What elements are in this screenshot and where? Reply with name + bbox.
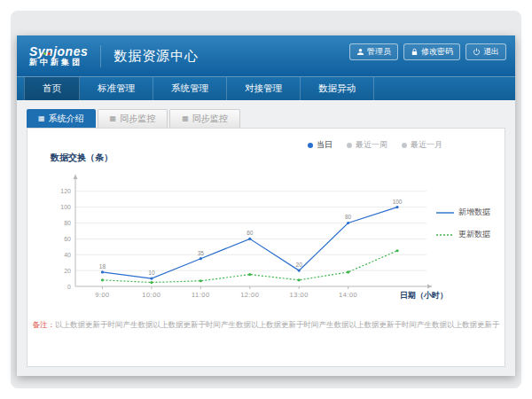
footnote: 备注：以上数据更新于时间产生数据以上数据更新于时间产生数据以上数据更新于时间产生… <box>27 320 505 331</box>
series-line-icon <box>436 210 454 215</box>
change-password-button[interactable]: 修改密码 <box>403 43 460 60</box>
nav-item-1[interactable]: 首页 <box>24 77 80 100</box>
lock-icon <box>411 48 419 56</box>
svg-text:20: 20 <box>64 268 71 274</box>
svg-text:40: 40 <box>64 252 71 258</box>
tab-label: 同步监控 <box>120 113 155 125</box>
filter-2[interactable]: 最近一周 <box>347 139 387 151</box>
content-area: ▦系统介绍▦同步监控▦同步监控 当日最近一周最近一月 数据交换（条） 02040… <box>17 100 515 376</box>
power-icon <box>473 48 481 56</box>
filter-label: 最近一周 <box>356 139 387 151</box>
app-window: Synjones 新中新集团 数据资源中心 管理员 修改密码 退出 <box>17 35 515 376</box>
footnote-prefix: 备注： <box>33 320 56 329</box>
tab-2[interactable]: ▦同步监控 <box>98 109 168 128</box>
series-legend-label: 新增数据 <box>458 207 490 218</box>
filter-1[interactable]: 当日 <box>308 139 332 151</box>
tab-bar: ▦系统介绍▦同步监控▦同步监控 <box>27 109 505 128</box>
series-legend-label: 更新数据 <box>458 229 490 240</box>
y-axis-title: 数据交换（条） <box>51 152 113 164</box>
logout-button[interactable]: 退出 <box>466 43 506 60</box>
svg-text:18: 18 <box>99 263 106 270</box>
svg-text:11:00: 11:00 <box>192 291 210 299</box>
line-chart: 0204060801001209:0010:0011:0012:0013:001… <box>49 168 450 311</box>
series-legend-item-2[interactable]: 更新数据 <box>436 229 490 240</box>
logo-subtext: 新中新集团 <box>29 58 88 67</box>
tab-label: 同步监控 <box>192 113 228 125</box>
user-icon <box>356 48 364 56</box>
filter-dot-icon <box>308 143 313 148</box>
svg-text:35: 35 <box>198 250 205 256</box>
tab-grid-icon: ▦ <box>110 115 117 122</box>
tab-label: 系统介绍 <box>49 113 84 125</box>
logo-text: Synjones <box>29 45 88 58</box>
svg-text:20: 20 <box>296 262 303 268</box>
svg-text:60: 60 <box>64 236 71 242</box>
svg-text:60: 60 <box>246 230 254 236</box>
svg-text:9:00: 9:00 <box>95 291 110 299</box>
svg-text:10:00: 10:00 <box>142 291 160 299</box>
filter-3[interactable]: 最近一月 <box>402 139 442 151</box>
app-header: Synjones 新中新集团 数据资源中心 管理员 修改密码 退出 <box>17 35 515 76</box>
svg-text:13:00: 13:00 <box>290 291 309 299</box>
svg-text:14:00: 14:00 <box>339 291 357 299</box>
svg-text:12:00: 12:00 <box>240 291 259 299</box>
tab-3[interactable]: ▦同步监控 <box>169 109 240 128</box>
chart-panel: 当日最近一周最近一月 数据交换（条） 0204060801001209:0010… <box>27 128 505 367</box>
svg-text:日期（小时）: 日期（小时） <box>400 291 448 300</box>
brand-logo: Synjones 新中新集团 <box>29 45 101 67</box>
filter-dot-icon <box>347 143 352 148</box>
main-nav: 首页标准管理系统管理对接管理数据异动 <box>17 76 515 100</box>
page-title: 数据资源中心 <box>113 48 199 65</box>
tab-grid-icon: ▦ <box>38 115 45 122</box>
tab-grid-icon: ▦ <box>182 115 189 122</box>
logo-accent-dots <box>43 43 52 59</box>
nav-item-4[interactable]: 对接管理 <box>227 77 301 100</box>
series-legend: 新增数据更新数据 <box>436 207 490 240</box>
nav-item-2[interactable]: 标准管理 <box>80 77 153 100</box>
logout-button-label: 退出 <box>483 46 499 58</box>
svg-text:120: 120 <box>60 188 71 194</box>
svg-text:100: 100 <box>60 204 71 210</box>
admin-button[interactable]: 管理员 <box>349 43 398 60</box>
series-legend-item-1[interactable]: 新增数据 <box>436 207 490 218</box>
header-actions: 管理员 修改密码 退出 <box>349 43 506 60</box>
svg-text:100: 100 <box>393 199 403 205</box>
svg-text:10: 10 <box>148 270 155 276</box>
filter-label: 当日 <box>317 139 332 151</box>
series-line-icon <box>436 232 454 238</box>
change-password-button-label: 修改密码 <box>421 46 453 58</box>
nav-item-5[interactable]: 数据异动 <box>301 77 374 100</box>
tab-1[interactable]: ▦系统介绍 <box>27 109 96 128</box>
nav-item-3[interactable]: 系统管理 <box>153 77 227 100</box>
filter-label: 最近一月 <box>411 139 442 151</box>
admin-button-label: 管理员 <box>367 46 391 58</box>
footnote-text: 以上数据更新于时间产生数据以上数据更新于时间产生数据以上数据更新于时间产生数据以… <box>55 320 500 329</box>
svg-text:80: 80 <box>64 220 71 226</box>
range-filters: 当日最近一周最近一月 <box>308 139 442 151</box>
filter-dot-icon <box>402 143 407 148</box>
svg-text:0: 0 <box>67 284 71 290</box>
svg-text:80: 80 <box>345 214 352 220</box>
